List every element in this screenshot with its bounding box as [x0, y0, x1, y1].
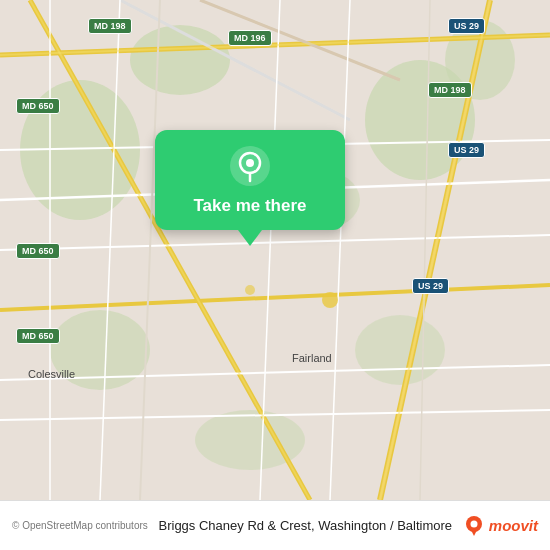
map-container: MD 198 MD 196 US 29 MD 650 MD 198 US 29 … — [0, 0, 550, 500]
svg-point-34 — [246, 159, 254, 167]
bottom-bar: © OpenStreetMap contributors Briggs Chan… — [0, 500, 550, 550]
location-pin-icon — [230, 146, 270, 186]
place-label-colesville: Colesville — [28, 368, 75, 380]
svg-point-7 — [355, 315, 445, 385]
road-badge-md650-lower: MD 650 — [16, 328, 60, 344]
take-me-there-popup[interactable]: Take me there — [155, 130, 345, 230]
road-badge-md198-right: MD 198 — [428, 82, 472, 98]
road-badge-us29-mid: US 29 — [448, 142, 485, 158]
moovit-logo: moovit — [463, 515, 538, 537]
map-svg — [0, 0, 550, 500]
road-badge-us29-top: US 29 — [448, 18, 485, 34]
location-title: Briggs Chaney Rd & Crest, Washington / B… — [148, 518, 463, 533]
svg-marker-38 — [471, 530, 477, 536]
road-badge-md650-mid1: MD 650 — [16, 98, 60, 114]
svg-point-27 — [322, 292, 338, 308]
attribution-text: © OpenStreetMap contributors — [12, 520, 148, 531]
svg-point-28 — [245, 285, 255, 295]
road-badge-md198-top: MD 198 — [88, 18, 132, 34]
moovit-brand-text: moovit — [489, 517, 538, 534]
svg-point-37 — [470, 520, 477, 527]
moovit-pin-icon — [463, 515, 485, 537]
road-badge-us29-lower: US 29 — [412, 278, 449, 294]
svg-point-2 — [130, 25, 230, 95]
take-me-there-label: Take me there — [193, 196, 306, 216]
road-badge-md196-top: MD 196 — [228, 30, 272, 46]
place-label-fairland: Fairland — [292, 352, 332, 364]
road-badge-md650-mid2: MD 650 — [16, 243, 60, 259]
